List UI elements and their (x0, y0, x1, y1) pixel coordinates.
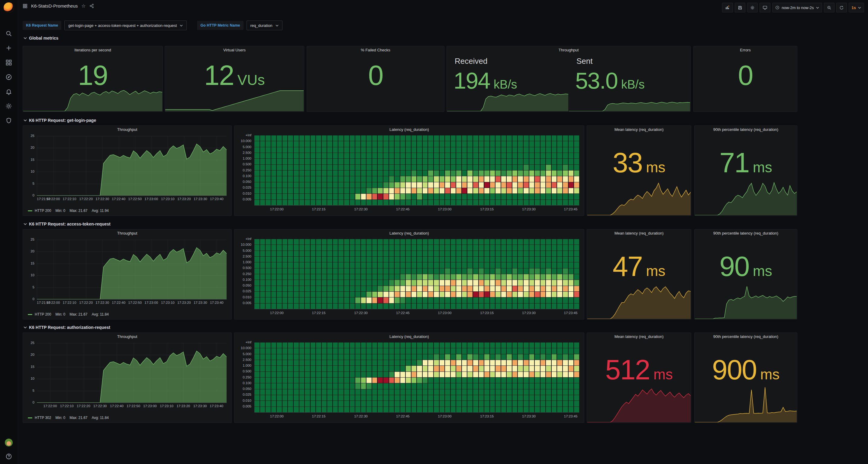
panel-title[interactable]: % Failed Checks (307, 46, 444, 54)
create-icon[interactable] (5, 45, 12, 51)
variable-value-k6-request-name[interactable]: get-login-page + access-token-request + … (64, 21, 187, 30)
variable-value-text: get-login-page + access-token-request + … (68, 23, 177, 28)
zoom-out-button[interactable] (824, 3, 834, 12)
legend-item[interactable]: Max: 21.67 (69, 312, 87, 317)
configuration-icon[interactable] (5, 103, 12, 110)
legend-item[interactable]: HTTP 200 (35, 209, 51, 213)
grafana-logo[interactable] (4, 2, 14, 13)
refresh-interval-picker[interactable]: 1s (849, 3, 864, 12)
heatmap-cell (333, 401, 338, 406)
time-range-picker[interactable]: now-2m to now-2s (772, 3, 822, 12)
heatmap-cell (574, 141, 579, 147)
cycle-view-mode-button[interactable] (760, 3, 770, 12)
heatmap-column (271, 239, 276, 309)
heatmap-cell (338, 176, 343, 182)
row-header-authorization-request[interactable]: K6 HTTP Request: authorization-request (24, 325, 110, 330)
panel-title[interactable]: Throughput (23, 126, 231, 134)
variable-value-go-http-metric-name[interactable]: req_duration (247, 21, 282, 30)
alerting-icon[interactable] (5, 88, 12, 95)
panel-title[interactable]: Throughput (23, 229, 231, 237)
user-avatar[interactable] (5, 439, 13, 446)
throughput-received: Received 194kB/s (447, 54, 568, 112)
heatmap-cell (462, 141, 467, 147)
heatmap-cell (355, 389, 361, 395)
refresh-button[interactable] (836, 3, 847, 12)
save-dashboard-button[interactable] (735, 3, 745, 12)
panel-title[interactable]: Virtual Users (165, 46, 304, 54)
panel-title[interactable]: Throughput (23, 333, 231, 341)
row-header-access-token-request[interactable]: K6 HTTP Request: access-token-request (24, 222, 111, 226)
panel-title[interactable]: Throughput (447, 46, 690, 54)
heatmap-cell (473, 176, 478, 182)
legend-item[interactable]: Min: 0 (55, 312, 65, 317)
panel-title[interactable]: Latency (req_duration) (235, 333, 584, 341)
heatmap-cell (529, 407, 534, 412)
panel-title[interactable]: 90th percentile latency (req_duration) (694, 333, 797, 341)
heatmap-cell (305, 171, 310, 176)
heatmap-cell (344, 159, 349, 164)
add-panel-button[interactable] (722, 3, 733, 12)
heatmap-cell (552, 389, 557, 395)
legend-item[interactable]: Avg: 11.94 (92, 209, 109, 213)
legend-item[interactable]: Min: 0 (55, 416, 65, 420)
heatmap-cell (440, 251, 445, 256)
panel-title[interactable]: Latency (req_duration) (235, 229, 584, 237)
heatmap-cell (557, 372, 562, 377)
legend-item[interactable]: Avg: 11.84 (92, 312, 109, 317)
heatmap-cell (300, 200, 305, 205)
legend-item[interactable]: Max: 21.67 (69, 209, 87, 213)
heatmap-cell (417, 171, 422, 176)
heatmap-cell (445, 194, 450, 199)
heatmap-column (535, 136, 540, 205)
heatmap-cell (479, 378, 484, 383)
heatmap-cell (529, 343, 534, 348)
heatmap-cell (288, 372, 293, 377)
panel-title[interactable]: Iterations per second (23, 46, 162, 54)
legend-item[interactable]: Min: 0 (55, 209, 65, 213)
panel-title[interactable]: Latency (req_duration) (235, 126, 584, 134)
heatmap-cell (355, 268, 361, 274)
heatmap-cell (490, 280, 495, 285)
server-admin-icon[interactable] (5, 117, 12, 124)
heatmap-cell (355, 251, 361, 256)
heatmap-cell (552, 136, 557, 141)
row-header-get-login-page[interactable]: K6 HTTP Request: get-login-page (24, 118, 96, 123)
panel-title[interactable]: Errors (694, 46, 797, 54)
explore-icon[interactable] (5, 74, 12, 80)
heatmap-cell (333, 141, 338, 147)
search-icon[interactable] (5, 30, 12, 37)
legend-item[interactable]: Max: 21.67 (69, 416, 87, 420)
panel-title[interactable]: Mean latency (req_duration) (587, 126, 691, 134)
heatmap-cell (367, 372, 372, 377)
share-icon[interactable] (89, 4, 94, 8)
heatmap-cell (540, 389, 546, 395)
heatmap-cell (546, 280, 551, 285)
heatmap-cell (445, 153, 450, 158)
heatmap-cell (378, 280, 383, 285)
row-header-global-metrics[interactable]: Global metrics (24, 36, 58, 40)
heatmap-column (288, 343, 293, 412)
heatmap-cell (367, 286, 372, 291)
star-icon[interactable]: ☆ (81, 3, 86, 9)
legend-item[interactable]: Avg: 11.84 (92, 416, 109, 420)
heatmap-cell (288, 366, 293, 371)
legend-item[interactable]: HTTP 302 (35, 416, 51, 420)
legend-item[interactable]: HTTP 200 (35, 312, 51, 317)
heatmap-column (361, 136, 366, 205)
panel-title[interactable]: Mean latency (req_duration) (587, 333, 691, 341)
x-axis-tick-label: 17:23:00 (438, 311, 452, 315)
heatmap-cell (473, 251, 478, 256)
heatmap-cell (300, 147, 305, 153)
panel-title[interactable]: Mean latency (req_duration) (587, 229, 691, 237)
heatmap-cell (316, 383, 321, 389)
heatmap-cell (423, 360, 428, 366)
dashboards-icon[interactable] (5, 59, 12, 66)
panel-title[interactable]: 90th percentile latency (req_duration) (694, 229, 797, 237)
heatmap-cell (451, 176, 456, 182)
panel-title[interactable]: 90th percentile latency (req_duration) (694, 126, 797, 134)
heatmap-cell (338, 182, 343, 188)
heatmap-cell (305, 262, 310, 268)
dashboard-settings-button[interactable] (747, 3, 758, 12)
help-icon[interactable] (5, 453, 12, 460)
heatmap-cell (395, 395, 400, 401)
